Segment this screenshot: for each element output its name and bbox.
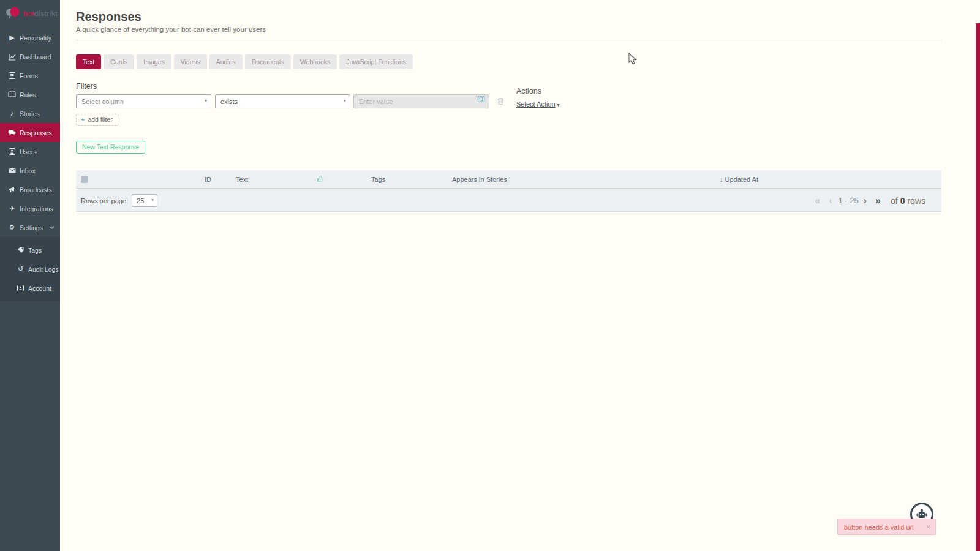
scrollbar[interactable]	[976, 23, 980, 551]
line-chart-icon	[7, 53, 17, 61]
of-label: of	[891, 196, 898, 206]
sidebar-item-label: Settings	[20, 224, 43, 231]
response-type-tabs: Text Cards Images Videos Audios Document…	[76, 54, 941, 69]
tag-icon	[16, 247, 25, 253]
sidebar-item-label: Account	[28, 285, 51, 292]
sidebar-item-forms[interactable]: Forms	[0, 66, 60, 85]
page-title: Responses	[76, 10, 941, 24]
tab-webhooks[interactable]: Webhooks	[293, 54, 337, 69]
filter-operator-select[interactable]: exists ▾	[215, 94, 350, 108]
error-toast: button needs a valid url ×	[837, 519, 936, 535]
sidebar-item-label: Forms	[20, 72, 38, 80]
next-page-button[interactable]: ›	[864, 196, 867, 206]
add-filter-button[interactable]: + add filter	[76, 114, 118, 126]
pagination-controls: « ‹ 1 - 25 › » of 0 rows	[815, 196, 925, 206]
sidebar-item-inbox[interactable]: Inbox	[0, 161, 60, 180]
sidebar-item-users[interactable]: Users	[0, 142, 60, 161]
column-header-tags[interactable]: Tags	[371, 176, 385, 183]
sidebar-item-label: Users	[20, 148, 36, 156]
main-content: Responses A quick glance of everything y…	[60, 0, 980, 212]
plane-icon: ✈	[7, 205, 17, 212]
tab-documents[interactable]: Documents	[245, 54, 291, 69]
column-header-appears-in-stories[interactable]: Appears in Stories	[452, 176, 507, 183]
tab-javascript-functions[interactable]: JavaScript Functions	[339, 54, 412, 69]
sidebar-item-audit-logs[interactable]: ↺ Audit Logs	[0, 260, 60, 279]
sidebar-item-label: Integrations	[20, 205, 53, 212]
actions-block: Actions Select Action▾	[516, 87, 560, 109]
tab-text[interactable]: Text	[76, 54, 101, 69]
caret-down-icon: ▾	[151, 197, 154, 203]
megaphone-icon	[7, 186, 17, 193]
sidebar-item-rules[interactable]: Rules	[0, 85, 60, 104]
trash-icon[interactable]	[497, 97, 504, 105]
plus-icon: +	[81, 116, 85, 123]
template-braces-icon[interactable]: {()}	[477, 96, 485, 102]
sidebar-item-label: Audit Logs	[28, 266, 59, 273]
total-rows-count: 0	[900, 196, 905, 206]
column-header-updated-at[interactable]: ↓ Updated At	[720, 176, 758, 183]
select-action-label: Select Action	[516, 100, 556, 108]
page-subtitle: A quick glance of everything your bot ca…	[76, 26, 941, 33]
sidebar-item-tags[interactable]: Tags	[0, 241, 60, 260]
table-footer: Rows per page: 25 ▾ « ‹ 1 - 25 › » of 0 …	[76, 189, 941, 211]
last-page-button[interactable]: »	[875, 196, 881, 206]
table-header-row: ID Text Tags Appears in Stories ↓ Update…	[76, 170, 941, 189]
tab-audios[interactable]: Audios	[209, 54, 243, 69]
sidebar-item-label: Stories	[20, 110, 40, 118]
actions-heading: Actions	[516, 87, 560, 96]
first-page-button[interactable]: «	[815, 196, 820, 206]
rows-per-page-value: 25	[137, 197, 144, 204]
tab-cards[interactable]: Cards	[104, 54, 134, 69]
rows-word: rows	[907, 196, 925, 206]
caret-down-icon: ▾	[344, 98, 346, 103]
tab-videos[interactable]: Videos	[174, 54, 207, 69]
sidebar-item-label: Responses	[20, 129, 52, 137]
filters-heading: Filters	[76, 82, 941, 91]
toast-message: button needs a valid url	[844, 523, 914, 531]
filter-row: Select column ▾ exists ▾ {()}	[76, 94, 941, 108]
sidebar-item-stories[interactable]: ♪ Stories	[0, 104, 60, 123]
book-icon	[7, 91, 17, 98]
user-icon	[7, 148, 17, 155]
sidebar-item-account[interactable]: Account	[0, 279, 60, 298]
filter-value-input[interactable]	[354, 95, 489, 108]
sidebar-item-personality[interactable]: ▶ Personality	[0, 28, 60, 47]
new-text-response-button[interactable]: New Text Response	[76, 141, 145, 154]
sidebar-item-label: Inbox	[20, 167, 36, 174]
filter-column-select[interactable]: Select column ▾	[76, 94, 211, 108]
sidebar: botdistrikt ▶ Personality Dashboard Form…	[0, 0, 60, 551]
responses-table: ID Text Tags Appears in Stories ↓ Update…	[76, 170, 941, 212]
chat-bubble-icon	[7, 129, 17, 136]
add-filter-label: add filter	[88, 116, 112, 123]
brand-logo[interactable]: botdistrikt	[0, 0, 60, 27]
sidebar-item-label: Rules	[20, 91, 36, 99]
rows-per-page-select[interactable]: 25 ▾	[132, 194, 157, 207]
sidebar-item-label: Broadcasts	[20, 186, 52, 193]
sidebar-item-broadcasts[interactable]: Broadcasts	[0, 180, 60, 199]
form-icon	[7, 72, 17, 79]
column-header-text[interactable]: Text	[236, 176, 248, 183]
sidebar-item-settings[interactable]: ⚙ Settings	[0, 218, 60, 237]
select-action-link[interactable]: Select Action▾	[516, 100, 560, 108]
play-icon: ▶	[7, 34, 17, 41]
sidebar-item-integrations[interactable]: ✈ Integrations	[0, 199, 60, 218]
sidebar-item-responses[interactable]: Responses	[0, 123, 60, 142]
chevron-down-icon	[50, 226, 55, 229]
close-icon[interactable]: ×	[926, 523, 930, 531]
caret-down-icon: ▾	[557, 102, 560, 108]
select-all-checkbox[interactable]	[81, 176, 88, 183]
sidebar-item-label: Dashboard	[20, 53, 51, 61]
sidebar-nav: ▶ Personality Dashboard Forms Rules ♪ St…	[0, 28, 60, 301]
brand-name: botdistrikt	[23, 10, 58, 17]
history-icon: ↺	[16, 266, 25, 272]
sidebar-item-label: Tags	[28, 247, 42, 254]
previous-page-button[interactable]: ‹	[829, 196, 832, 206]
sidebar-item-dashboard[interactable]: Dashboard	[0, 47, 60, 66]
column-header-id[interactable]: ID	[205, 176, 211, 183]
music-note-icon: ♪	[7, 110, 17, 117]
caret-down-icon: ▾	[205, 98, 207, 103]
tab-images[interactable]: Images	[137, 54, 171, 69]
id-card-icon	[16, 285, 25, 291]
divider	[76, 40, 941, 40]
thumbs-up-icon[interactable]	[317, 175, 324, 182]
